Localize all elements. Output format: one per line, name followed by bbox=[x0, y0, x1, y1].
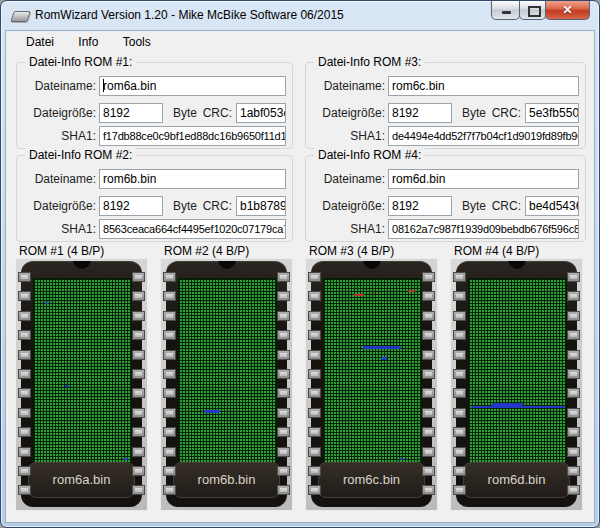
chip-pin bbox=[132, 330, 145, 340]
diff-mark bbox=[124, 458, 128, 460]
chip-pin bbox=[308, 427, 321, 437]
menu-item-info[interactable]: Info bbox=[70, 32, 106, 52]
rom-bitmap-rom1 bbox=[34, 279, 131, 469]
chip-pin bbox=[308, 388, 321, 398]
chip-pin bbox=[132, 408, 145, 418]
chip-pin bbox=[567, 427, 580, 437]
caption-buttons: ✕ bbox=[492, 1, 590, 20]
filename-input-rom2[interactable]: rom6b.bin bbox=[99, 169, 286, 189]
filename-input-rom3[interactable]: rom6c.bin bbox=[388, 76, 579, 96]
crc-input-rom4[interactable]: be4d5436 bbox=[525, 196, 579, 216]
chip-image-rom3: rom6c.bin bbox=[305, 258, 438, 511]
chip-pin bbox=[422, 272, 435, 282]
chip-pin bbox=[422, 466, 435, 476]
chip-pin bbox=[308, 330, 321, 340]
close-icon: ✕ bbox=[546, 3, 589, 17]
sha1-input-rom3[interactable]: de4494e4dd52f7f7b04cf1d9019fd89fb90 bbox=[388, 126, 579, 146]
chip-pin bbox=[18, 272, 31, 282]
filename-label: Dateiname: bbox=[23, 169, 96, 189]
chip-pin bbox=[18, 330, 31, 340]
sha1-input-rom4[interactable]: 08162a7c987f1939d09bebdb676f596c8 bbox=[388, 219, 579, 239]
filename-input-rom4[interactable]: rom6d.bin bbox=[388, 169, 579, 189]
crc-label: CRC: bbox=[488, 196, 521, 216]
filesize-input-rom3[interactable]: 8192 bbox=[388, 103, 452, 123]
groupbox-rom4-title: Datei-Info ROM #4: bbox=[314, 148, 425, 162]
chip-pin bbox=[567, 330, 580, 340]
chip-pin bbox=[422, 447, 435, 457]
chip-pin bbox=[18, 369, 31, 379]
chip-pin bbox=[453, 485, 466, 495]
minimize-button[interactable] bbox=[491, 1, 520, 20]
chip-pin bbox=[453, 427, 466, 437]
filesize-input-rom1[interactable]: 8192 bbox=[99, 103, 163, 123]
crc-label: CRC: bbox=[199, 196, 232, 216]
chip-pin bbox=[277, 427, 290, 437]
title-bar[interactable]: RomWizard Version 1.20 - Mike McBike Sof… bbox=[1, 1, 599, 30]
filesize-input-rom4[interactable]: 8192 bbox=[388, 196, 452, 216]
chip-pin bbox=[453, 272, 466, 282]
chip-pin bbox=[18, 388, 31, 398]
chip-pin bbox=[422, 350, 435, 360]
chip-image-rom1: rom6a.bin bbox=[15, 258, 148, 511]
sha1-input-rom1[interactable]: f17db88ce0c9bf1ed88dc16b9650f11d10 bbox=[99, 126, 286, 146]
chip-pin bbox=[132, 485, 145, 495]
crc-input-rom3[interactable]: 5e3fb550 bbox=[525, 103, 579, 123]
filesize-label: Dateigröße: bbox=[23, 196, 96, 216]
chip-pin bbox=[567, 311, 580, 321]
chip-pin bbox=[422, 369, 435, 379]
chip-pin bbox=[163, 388, 176, 398]
chip-pin bbox=[132, 369, 145, 379]
diff-mark bbox=[354, 294, 364, 296]
crc-input-rom1[interactable]: 1abf053c bbox=[236, 103, 286, 123]
chip-pin bbox=[308, 447, 321, 457]
groupbox-rom2-title: Datei-Info ROM #2: bbox=[25, 148, 136, 162]
chip-pin bbox=[18, 485, 31, 495]
sha1-input-rom2[interactable]: 8563ceaca664cf4495ef1020c07179ca7 bbox=[99, 219, 286, 239]
chip-pin bbox=[18, 291, 31, 301]
chip-pin bbox=[453, 466, 466, 476]
crc-label: CRC: bbox=[199, 103, 232, 123]
groupbox-rom3: Datei-Info ROM #3: Dateiname: rom6c.bin … bbox=[305, 62, 586, 149]
chip-pin bbox=[422, 311, 435, 321]
chip-pin bbox=[308, 350, 321, 360]
maximize-button[interactable] bbox=[519, 1, 546, 20]
diff-mark bbox=[399, 458, 403, 460]
chip-pin bbox=[567, 447, 580, 457]
chip-pin bbox=[163, 447, 176, 457]
chip-filename-plate: rom6d.bin bbox=[463, 462, 570, 498]
maximize-icon bbox=[528, 6, 541, 17]
crc-input-rom2[interactable]: b1b87893 bbox=[236, 196, 286, 216]
chip-pin bbox=[277, 485, 290, 495]
chip-pin bbox=[308, 485, 321, 495]
chip-pin bbox=[567, 272, 580, 282]
filename-input-rom1[interactable]: rom6a.bin bbox=[99, 76, 286, 96]
chip-pin bbox=[277, 350, 290, 360]
rom-bitmap-rom2 bbox=[179, 279, 276, 469]
menu-item-datei[interactable]: Datei bbox=[18, 32, 62, 52]
chip-pin bbox=[277, 272, 290, 282]
diff-mark bbox=[381, 357, 387, 360]
chip-pin bbox=[277, 291, 290, 301]
chip-pin bbox=[308, 369, 321, 379]
sha1-label: SHA1: bbox=[23, 219, 96, 239]
filename-label: Dateiname: bbox=[23, 76, 96, 96]
close-button[interactable]: ✕ bbox=[545, 1, 590, 20]
chip-pin bbox=[132, 447, 145, 457]
diff-mark bbox=[373, 292, 376, 294]
chip-pin bbox=[453, 447, 466, 457]
chip-label-rom1: ROM #1 (4 B/P) bbox=[19, 244, 104, 258]
chip-pin bbox=[132, 427, 145, 437]
filesize-input-rom2[interactable]: 8192 bbox=[99, 196, 163, 216]
menu-bar: Datei Info Tools bbox=[6, 32, 594, 54]
filesize-label: Dateigröße: bbox=[23, 103, 96, 123]
chip-pin bbox=[308, 272, 321, 282]
chip-pin bbox=[18, 350, 31, 360]
diff-mark bbox=[45, 302, 49, 304]
chip-pin bbox=[163, 408, 176, 418]
chip-filename-plate: rom6a.bin bbox=[28, 462, 135, 498]
menu-item-tools[interactable]: Tools bbox=[115, 32, 159, 52]
chip-pin bbox=[132, 388, 145, 398]
sha1-label: SHA1: bbox=[312, 126, 385, 146]
chip-pin bbox=[567, 350, 580, 360]
chip-pin bbox=[163, 427, 176, 437]
